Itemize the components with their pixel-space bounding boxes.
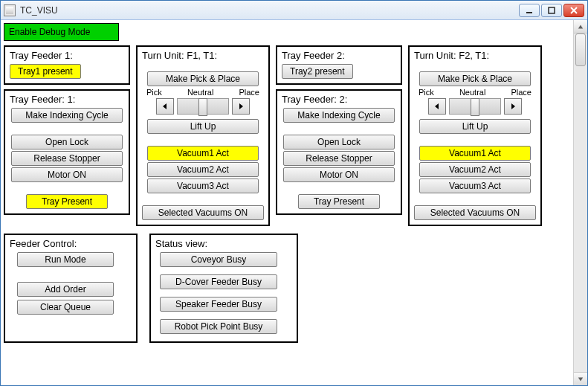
close-button[interactable] <box>563 4 584 17</box>
clear-queue-button[interactable]: Clear Queue <box>17 300 114 315</box>
app-window: TC_VISU Enable Debug Mode Tray Feeder 1:… <box>0 0 588 386</box>
tray1-present-button[interactable]: Tray1 present <box>10 64 81 79</box>
slider-thumb-1[interactable] <box>198 98 207 116</box>
conveyor-busy-button[interactable]: Coveyor Busy <box>160 252 277 267</box>
slider-right-2-button[interactable] <box>504 98 522 115</box>
tray-feeder-1-panel: Tray Feeder: 1: Make Indexing Cycle Open… <box>4 89 130 215</box>
svg-marker-7 <box>511 103 515 109</box>
tray-feeder-1-header-panel: Tray Feeder 1: Tray1 present <box>4 45 130 85</box>
slider-thumb-2[interactable] <box>471 98 479 116</box>
maximize-button[interactable] <box>541 4 562 17</box>
vacuum1-act-1-button[interactable]: Vacuum1 Act <box>147 146 259 161</box>
neutral-label-1: Neutral <box>187 88 213 97</box>
vertical-scrollbar[interactable] <box>573 20 587 385</box>
svg-marker-5 <box>239 103 243 109</box>
slider-left-2-button[interactable] <box>428 98 446 115</box>
open-lock-1-button[interactable]: Open Lock <box>11 135 123 149</box>
neutral-label-2: Neutral <box>459 88 485 97</box>
vacuum2-act-1-button[interactable]: Vacuum2 Act <box>147 162 259 177</box>
svg-marker-8 <box>578 25 583 28</box>
speaker-feeder-busy-button[interactable]: Speaker Feeder Busy <box>160 297 277 312</box>
svg-marker-9 <box>578 377 583 381</box>
make-pick-place-2-button[interactable]: Make Pick & Place <box>419 71 531 86</box>
enable-debug-mode-button[interactable]: Enable Debug Mode <box>4 23 119 41</box>
lift-up-1-button[interactable]: Lift Up <box>147 119 259 134</box>
svg-rect-1 <box>549 7 555 13</box>
window-title: TC_VISU <box>20 5 517 16</box>
svg-marker-6 <box>435 103 439 109</box>
release-stopper-2-button[interactable]: Release Stopper <box>283 151 395 166</box>
dcover-feeder-busy-button[interactable]: D-Cover Feeder Busy <box>160 274 277 289</box>
add-order-button[interactable]: Add Order <box>17 282 114 297</box>
selected-vacuums-on-2-button[interactable]: Selected Vacuums ON <box>414 205 536 220</box>
titlebar: TC_VISU <box>1 1 587 20</box>
vacuum3-act-2-button[interactable]: Vacuum3 Act <box>419 178 531 193</box>
vacuum1-act-2-button[interactable]: Vacuum1 Act <box>419 146 531 161</box>
scroll-track[interactable] <box>574 33 587 372</box>
tray2-present-button[interactable]: Tray2 present <box>282 64 353 79</box>
enable-debug-label: Enable Debug Mode <box>9 27 90 37</box>
tray-feeder-2-panel-title: Tray Feeder: 2: <box>282 94 396 105</box>
motor-on-2-button[interactable]: Motor ON <box>283 167 395 182</box>
tray-feeder-1-header-title: Tray Feeder 1: <box>10 50 124 61</box>
turn-unit-1-panel: Turn Unit: F1, T1: Make Pick & Place Pic… <box>136 45 270 226</box>
slider-track-2[interactable] <box>449 98 501 115</box>
slider-left-1-button[interactable] <box>156 98 174 115</box>
vacuum3-act-1-button[interactable]: Vacuum3 Act <box>147 178 259 193</box>
tray-present-2-button[interactable]: Tray Present <box>298 194 380 209</box>
tray-feeder-2-panel: Tray Feeder: 2: Make Indexing Cycle Open… <box>276 89 402 215</box>
release-stopper-1-button[interactable]: Release Stopper <box>11 151 123 166</box>
make-indexing-cycle-1-button[interactable]: Make Indexing Cycle <box>11 108 123 123</box>
app-icon <box>4 4 16 16</box>
scroll-thumb[interactable] <box>575 33 586 66</box>
selected-vacuums-on-1-button[interactable]: Selected Vacuums ON <box>142 205 264 220</box>
robot-pick-point-busy-button[interactable]: Robot Pick Point Busy <box>160 319 277 334</box>
make-pick-place-1-button[interactable]: Make Pick & Place <box>147 71 259 86</box>
tray-present-1-button[interactable]: Tray Present <box>26 194 108 209</box>
make-indexing-cycle-2-button[interactable]: Make Indexing Cycle <box>283 108 395 123</box>
pick-label-2: Pick <box>419 88 434 97</box>
minimize-button[interactable] <box>519 4 540 17</box>
turn-unit-2-panel: Turn Unit: F2, T1: Make Pick & Place Pic… <box>408 45 542 226</box>
run-mode-button[interactable]: Run Mode <box>17 252 114 267</box>
status-view-title: Status view: <box>155 238 292 249</box>
motor-on-1-button[interactable]: Motor ON <box>11 167 123 182</box>
open-lock-2-button[interactable]: Open Lock <box>283 135 395 149</box>
feeder-control-panel: Feeder Control: Run Mode Add Order Clear… <box>4 234 138 343</box>
vacuum2-act-2-button[interactable]: Vacuum2 Act <box>419 162 531 177</box>
tray-feeder-1-panel-title: Tray Feeder: 1: <box>10 94 124 105</box>
place-label-1: Place <box>239 88 259 97</box>
slider-track-1[interactable] <box>177 98 229 115</box>
place-label-2: Place <box>511 88 532 97</box>
feeder-control-title: Feeder Control: <box>10 238 132 249</box>
scroll-down-button[interactable] <box>574 372 587 385</box>
tray-feeder-2-header-panel: Tray Feeder 2: Tray2 present <box>276 45 402 85</box>
turn-unit-1-title: Turn Unit: F1, T1: <box>142 50 264 61</box>
scroll-up-button[interactable] <box>574 20 587 33</box>
status-view-panel: Status view: Coveyor Busy D-Cover Feeder… <box>149 234 298 343</box>
lift-up-2-button[interactable]: Lift Up <box>419 119 531 134</box>
turn-unit-2-title: Turn Unit: F2, T1: <box>414 50 536 61</box>
pick-label-1: Pick <box>146 88 162 97</box>
tray-feeder-2-header-title: Tray Feeder 2: <box>282 50 396 61</box>
slider-right-1-button[interactable] <box>232 98 250 115</box>
svg-marker-4 <box>163 103 167 109</box>
